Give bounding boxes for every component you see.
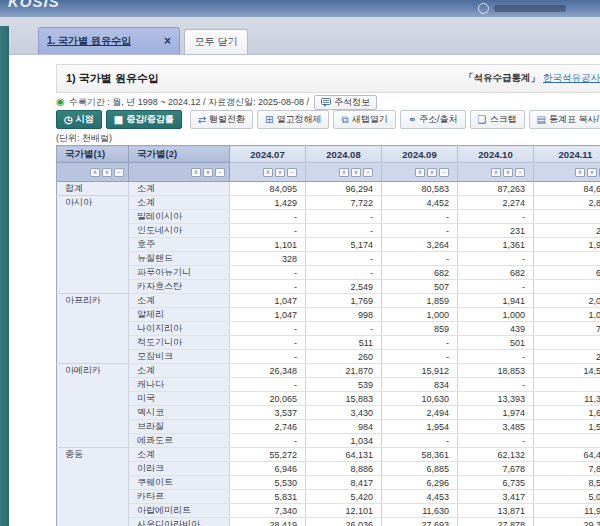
value-cell: 1,047 [230, 294, 306, 308]
value-cell: 1,954 [382, 420, 458, 434]
value-cell: 511 [306, 336, 382, 350]
value-cell: 6,946 [230, 462, 306, 476]
value-cell: 64,4 [534, 448, 600, 462]
country-cell: 아랍에미리트 [129, 504, 230, 518]
sort-down-icon[interactable]: ∨ [275, 168, 285, 177]
user-icon[interactable] [478, 3, 489, 14]
unfreeze-column-button[interactable]: ⊞ 열고정해제 [257, 110, 329, 129]
table-row: 인도네시아---2312 [57, 224, 600, 238]
sort-clear-icon[interactable]: − [215, 168, 225, 177]
button-label: 주소/출처 [419, 113, 458, 126]
sort-down-icon[interactable]: ∨ [503, 168, 513, 177]
sort-clear-icon[interactable]: − [515, 168, 525, 177]
value-cell: 231 [458, 224, 534, 238]
note-info-button[interactable]: 주석정보 [314, 95, 377, 110]
value-cell: 18,853 [458, 364, 534, 378]
sort-cell: ∧∨− [458, 163, 534, 182]
sort-down-icon[interactable]: ∨ [203, 168, 213, 177]
country-cell: 카자흐스탄 [129, 280, 230, 294]
value-cell: 96,294 [306, 182, 382, 196]
sort-down-icon[interactable]: ∨ [102, 168, 112, 177]
value-cell: 5,831 [230, 490, 306, 504]
value-cell: 2,8 [534, 196, 600, 210]
link-icon: ⚭ [408, 115, 416, 125]
value-cell: 1,0 [534, 308, 600, 322]
scrap-button[interactable]: ❑ 스크랩 [470, 110, 525, 129]
table-row: 합계소계84,09596,29480,58387,26384,6 [57, 182, 600, 196]
value-cell: 2,549 [306, 280, 382, 294]
sort-clear-icon[interactable]: − [114, 168, 124, 177]
value-cell: - [382, 336, 458, 350]
country-cell: 뉴질랜드 [129, 252, 230, 266]
table-row: 캐나다-539834- [57, 378, 600, 392]
header-widget[interactable] [494, 5, 566, 12]
close-tab-icon[interactable]: × [164, 36, 171, 46]
region-group-cell: 아시아 [57, 196, 129, 294]
value-cell: 1,101 [230, 238, 306, 252]
increase-rate-button[interactable]: ▦ 증감/증감률 [106, 110, 182, 129]
time-point-button[interactable]: ◷ 시점 [56, 110, 102, 129]
sort-clear-icon[interactable]: − [363, 168, 373, 177]
table-row: 아프리카소계1,0471,7691,8591,9412,0 [57, 294, 600, 308]
country-cell: 멕시코 [129, 406, 230, 420]
value-cell: 84,6 [534, 182, 600, 196]
value-cell: 507 [382, 280, 458, 294]
unit-label: (단위: 천배럴) [56, 132, 112, 145]
sort-up-icon[interactable]: ∧ [491, 168, 501, 177]
unfreeze-column-icon: ⊞ [265, 115, 273, 125]
toolbar: ◷ 시점 ▦ 증감/증감률 ⇄ 행렬전환 ⊞ 열고정해제 ⧉ 새탭열기 ⚭ 주소… [56, 110, 597, 129]
bullet-icon: ◉ [56, 97, 65, 107]
data-table: 국가별(1) 국가별(2) 2024.07 2024.08 2024.09 20… [56, 145, 600, 526]
sort-up-icon[interactable]: ∧ [191, 168, 201, 177]
value-cell: - [230, 378, 306, 392]
value-cell: 28,419 [230, 518, 306, 526]
button-label: 증감/증감률 [126, 113, 174, 126]
table-row: 뉴질랜드328--- [57, 252, 600, 266]
table-row: 사우디아라비아28,41926,03627,69327,87829,3 [57, 518, 600, 526]
button-label: 통계표 복사/공유 [549, 113, 600, 126]
value-cell: - [458, 210, 534, 224]
tab-active-crude-oil-imports[interactable]: 1. 국가별 원유수입 × [38, 27, 180, 54]
value-cell: - [306, 224, 382, 238]
sort-cell: ∧∨− [129, 163, 230, 182]
country-cell: 말레이시아 [129, 210, 230, 224]
button-label: 행렬전환 [209, 113, 245, 126]
table-row: 아메리카소계26,34821,87015,91218,85314,5 [57, 364, 600, 378]
source-org-link[interactable]: 한국석유공사 [543, 72, 600, 85]
value-cell [534, 434, 600, 448]
country-cell: 이라크 [129, 462, 230, 476]
sort-clear-icon[interactable]: − [287, 168, 297, 177]
value-cell: 58,361 [382, 448, 458, 462]
sort-cell: ∧∨− [230, 163, 306, 182]
value-cell: 260 [306, 350, 382, 364]
transpose-button[interactable]: ⇄ 행렬전환 [190, 110, 253, 129]
sort-down-icon[interactable]: ∨ [427, 168, 437, 177]
table-row: 파푸아뉴기니--6826826 [57, 266, 600, 280]
new-tab-button[interactable]: ⧉ 새탭열기 [333, 110, 395, 129]
sort-down-icon[interactable]: ∨ [351, 168, 361, 177]
sort-down-icon[interactable]: ∨ [587, 168, 597, 177]
source-stat-name: 「석유수급통계」 [464, 72, 540, 85]
sort-up-icon[interactable]: ∧ [263, 168, 273, 177]
copy-share-button[interactable]: ▤ 통계표 복사/공유 [529, 110, 600, 129]
value-cell [534, 280, 600, 294]
value-cell: 1,047 [230, 308, 306, 322]
sort-up-icon[interactable]: ∧ [339, 168, 349, 177]
value-cell: 62,132 [458, 448, 534, 462]
sort-up-icon[interactable]: ∧ [415, 168, 425, 177]
value-cell: 8,5 [534, 476, 600, 490]
value-cell: - [458, 434, 534, 448]
value-cell: 1,974 [458, 406, 534, 420]
sort-up-icon[interactable]: ∧ [575, 168, 585, 177]
tab-label: 1. 국가별 원유수입 [47, 34, 131, 48]
address-source-button[interactable]: ⚭ 주소/출처 [400, 110, 466, 129]
value-cell: 80,583 [382, 182, 458, 196]
value-cell: 2 [534, 350, 600, 364]
col-header-country2: 국가별(2) [129, 146, 230, 163]
country-cell: 소계 [129, 448, 230, 462]
tab-close-all[interactable]: 모두 닫기 [184, 29, 248, 54]
sort-clear-icon[interactable]: − [439, 168, 449, 177]
value-cell: 5,174 [306, 238, 382, 252]
sort-up-icon[interactable]: ∧ [90, 168, 100, 177]
table-row: 적도기니아-511-501 [57, 336, 600, 350]
